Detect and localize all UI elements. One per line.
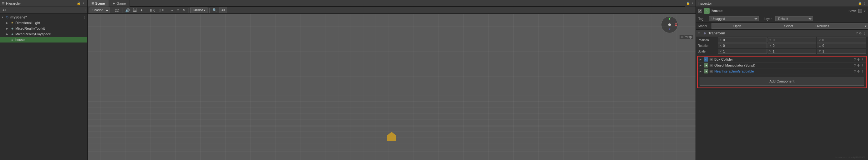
- ry-axis-label: Y: [768, 44, 773, 47]
- hierarchy-header: ☰ Hierarchy 🔒 ⋮: [0, 0, 87, 7]
- hierarchy-menu-icon[interactable]: ⋮: [82, 1, 86, 6]
- hierarchy-all-btn[interactable]: All: [1, 8, 7, 12]
- position-x-field[interactable]: X 0: [718, 38, 767, 42]
- hierarchy-title-label: Hierarchy: [6, 2, 21, 5]
- scale-row: Scale X 1 Y 1 Z 1: [698, 48, 866, 54]
- search-icon[interactable]: 🔍: [212, 8, 218, 12]
- inspector-lock-btn[interactable]: 🔒: [858, 2, 862, 5]
- transform-component: ▼ ⊕ Transform ? ⚙ ⋮ Position X 0: [696, 30, 868, 55]
- rotation-y-field[interactable]: Y 0: [768, 43, 817, 48]
- object-manipulator-icon: ✦: [704, 63, 708, 68]
- x-axis-label: X: [718, 38, 723, 42]
- scene-menu-icon[interactable]: ⋮: [690, 1, 694, 6]
- model-overrides-btn[interactable]: Overrides ▾: [814, 23, 868, 29]
- inspector-panel: Inspector 🔒 ⋮ ✓ ⌂ house Static ▾ Tag Unt…: [696, 0, 868, 160]
- tree-label-playspace: MixedRealityPlayspace: [16, 32, 51, 36]
- scale-tool-btn[interactable]: ⊕: [176, 8, 180, 12]
- box-collider-more-btn[interactable]: ⋮: [861, 58, 864, 61]
- move-btn[interactable]: ↔: [169, 8, 174, 12]
- arrow-icon: ▶: [6, 22, 10, 25]
- shading-select[interactable]: Shaded: [90, 7, 110, 13]
- gizmos-label: Gizmos: [192, 8, 203, 12]
- near-interaction-controls: ? ⚙ ⋮: [854, 70, 864, 73]
- near-interaction-arrow-icon: ▶: [700, 70, 703, 73]
- box-collider-checkbox[interactable]: ✓: [710, 58, 713, 61]
- inspector-menu-btn[interactable]: ⋮: [863, 2, 866, 5]
- inspector-footer: tutorials.com/unity/4056352: [696, 154, 868, 160]
- gizmos-arrow-icon: ▾: [204, 8, 205, 12]
- scale-x-field[interactable]: X 1: [718, 49, 767, 54]
- scale-y-field[interactable]: Y 1: [768, 49, 817, 54]
- rotation-z-val: 0: [822, 44, 825, 47]
- box-collider-help-btn[interactable]: ?: [854, 58, 856, 61]
- viewport-house-object: [387, 132, 396, 141]
- object-manipulator-gear-icon[interactable]: ⚙: [857, 64, 860, 67]
- tag-select[interactable]: Untagged: [709, 16, 759, 21]
- layer-select[interactable]: Default: [775, 16, 813, 21]
- transform-gear-icon[interactable]: ⚙: [859, 32, 862, 35]
- rotation-z-field[interactable]: Z 0: [817, 43, 866, 48]
- sound-btn[interactable]: 🔊: [124, 8, 131, 13]
- scale-z-field[interactable]: Z 1: [817, 49, 866, 54]
- near-interaction-more-btn[interactable]: ⋮: [861, 70, 864, 73]
- tab-scene[interactable]: ⊞ Scene: [88, 0, 109, 7]
- scene-viewport[interactable]: Y X Z < Persp: [88, 14, 695, 160]
- rotation-fields: X 0 Y 0 Z 0: [718, 43, 866, 48]
- scale-z-val: 1: [822, 50, 825, 53]
- scale-fields: X 1 Y 1 Z 1: [718, 49, 866, 54]
- transform-more-btn[interactable]: ⋮: [863, 32, 866, 35]
- object-manipulator-help-btn[interactable]: ?: [854, 64, 856, 67]
- tree-item-house[interactable]: ⌂ house: [0, 37, 87, 42]
- 2d-btn[interactable]: 2D: [114, 8, 120, 12]
- object-icon: ⌂: [704, 8, 710, 14]
- footer-watermark: tutorials.com/unity/4056352: [835, 156, 866, 159]
- tree-item-mixed-reality-playspace[interactable]: ▶ ◈ MixedRealityPlayspace: [0, 31, 87, 37]
- position-fields: X 0 Y 0 Z 0: [718, 38, 866, 42]
- position-y-field[interactable]: Y 0: [768, 38, 817, 42]
- add-component-button[interactable]: Add Component: [700, 77, 864, 86]
- model-select-btn[interactable]: Select: [763, 23, 814, 29]
- near-interaction-gear-icon[interactable]: ⚙: [857, 70, 860, 73]
- object-manipulator-name: Object Manipulator (Script): [714, 64, 852, 67]
- render-btn[interactable]: 🖼: [132, 8, 138, 13]
- rotation-x-field[interactable]: X 0: [718, 43, 767, 48]
- box-collider-controls: ? ⚙ ⋮: [854, 58, 864, 61]
- effect-btn[interactable]: ✦: [139, 8, 144, 13]
- tree-item-menu-icon[interactable]: ⋮: [83, 15, 86, 19]
- near-interaction-grabbable-row: ▶ ✦ ✓ NearInteractionGrabbable ? ⚙ ⋮: [698, 69, 866, 74]
- object-manipulator-checkbox[interactable]: ✓: [710, 64, 713, 67]
- pause-stat-btn[interactable]: ⏸ 0: [148, 8, 156, 12]
- stat-btn[interactable]: ⊞ 0: [157, 8, 165, 12]
- house-mesh: [387, 132, 396, 141]
- static-dropdown-btn[interactable]: ▾: [864, 9, 866, 13]
- near-interaction-help-btn[interactable]: ?: [854, 70, 856, 73]
- rz-axis-label: Z: [817, 44, 822, 47]
- arrow-icon: ▶: [6, 27, 10, 30]
- box-collider-gear-icon[interactable]: ⚙: [857, 58, 860, 61]
- tab-game[interactable]: ▶ Game: [109, 0, 130, 7]
- model-open-btn[interactable]: Open: [712, 23, 763, 29]
- transform-help-btn[interactable]: ?: [856, 32, 858, 35]
- box-collider-row: ▶ □ ✓ Box Collider ? ⚙ ⋮: [698, 56, 866, 63]
- gizmos-btn[interactable]: Gizmos ▾: [190, 7, 208, 13]
- inspector-controls: 🔒 ⋮: [858, 2, 866, 5]
- inspector-content: ✓ ⌂ house Static ▾ Tag Untagged Layer De…: [696, 7, 868, 154]
- model-row: Model Open Select Overrides ▾: [696, 23, 868, 30]
- sz-axis-label: Z: [817, 50, 822, 53]
- tree-item-mixed-reality-toolkit[interactable]: ▶ ◈ MixedRealityToolkit: [0, 26, 87, 31]
- object-manipulator-more-btn[interactable]: ⋮: [861, 64, 864, 67]
- scene-tab-icon: ⊞: [91, 2, 94, 5]
- rotate-btn[interactable]: ↻: [182, 8, 186, 12]
- static-checkbox[interactable]: [858, 9, 862, 13]
- transform-header[interactable]: ▼ ⊕ Transform ? ⚙ ⋮: [696, 30, 868, 37]
- position-z-field[interactable]: Z 0: [817, 38, 866, 42]
- scene-game-panel: ⊞ Scene ▶ Game 🔒 ⋮ Shaded 2D 🔊 🖼 ✦ ⏸ 0 ⊞…: [88, 0, 696, 160]
- object-active-checkbox[interactable]: ✓: [699, 9, 702, 13]
- box-collider-name: Box Collider: [714, 57, 852, 61]
- toolbar-divider-5: [188, 8, 188, 13]
- near-interaction-checkbox[interactable]: ✓: [710, 70, 713, 73]
- arrow-icon: ▶: [6, 33, 10, 36]
- tree-item-myscene[interactable]: ▼ ⬡ myScene* ⋮: [0, 14, 87, 20]
- all-filter-btn[interactable]: All: [219, 7, 227, 13]
- tree-item-directional-light[interactable]: ▶ ☀ Directional Light: [0, 20, 87, 26]
